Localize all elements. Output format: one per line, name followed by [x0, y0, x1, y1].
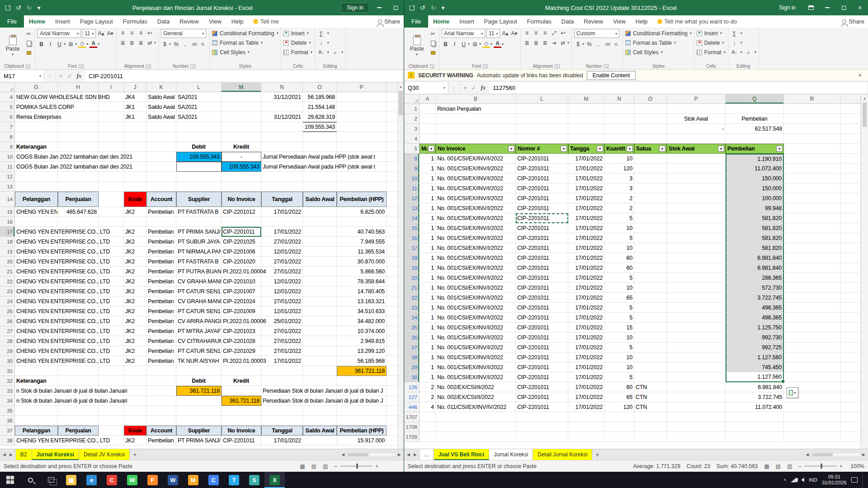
row-header-38[interactable]: 38 — [0, 436, 15, 446]
cell-O13[interactable] — [634, 203, 667, 213]
font-size-select[interactable]: 11▾ — [82, 29, 96, 38]
cell-L12[interactable]: CIP-2201011 — [516, 193, 568, 203]
cell-O30[interactable] — [303, 356, 337, 366]
cell-x19[interactable] — [387, 247, 398, 257]
paste-button[interactable]: Paste ▾ — [2, 29, 23, 63]
cell-M31[interactable] — [222, 366, 261, 376]
align-bottom-icon[interactable]: ≡ — [137, 29, 145, 37]
cell-N34[interactable]: Persediaan Stok di bulan Januari di jual… — [261, 396, 303, 406]
autosum-button[interactable]: ∑▾ — [731, 29, 756, 38]
copy-icon[interactable] — [429, 39, 437, 47]
cell-L18[interactable]: CIP-2201011 — [516, 253, 568, 263]
taskbar-clock[interactable]: 09.51 31/01/2026 — [822, 474, 847, 486]
cell-A3[interactable] — [420, 124, 436, 134]
hidden-icons-icon[interactable]: ˄ — [784, 478, 786, 482]
cell-N38[interactable]: 17/01/2022 — [261, 436, 303, 446]
cell-L30[interactable]: CIP-2201011 — [516, 372, 568, 382]
cell-R21[interactable] — [784, 283, 840, 293]
cell-N24[interactable]: 27/01/2022 — [261, 296, 303, 306]
cell-A2[interactable] — [420, 114, 436, 124]
sign-in-button[interactable]: Sign in — [341, 3, 369, 13]
cell-O126[interactable]: CTN — [634, 382, 667, 392]
sort-filter-button[interactable]: A↓▾⌕▾ — [731, 48, 756, 56]
cell-H16[interactable] — [58, 217, 99, 227]
cell-P127[interactable] — [667, 392, 726, 402]
share-button[interactable]: Share — [839, 15, 868, 28]
cell-N30[interactable]: 17/01/2022 — [261, 356, 303, 366]
insert-function-icon[interactable]: fx — [481, 84, 486, 91]
ribbon-tab-insert[interactable]: Insert — [454, 15, 479, 28]
cell-H7[interactable] — [58, 122, 99, 132]
clipboard-dialog-launcher-icon[interactable]: ↘ — [430, 64, 435, 68]
cell-O36[interactable] — [303, 416, 337, 426]
col-header-I[interactable]: I — [99, 83, 124, 92]
cell-Q15[interactable]: 581.820 — [726, 223, 784, 233]
cell-N21[interactable]: 27/01/2022 — [261, 267, 303, 277]
cell-P24[interactable] — [667, 313, 726, 323]
cell-K9[interactable] — [146, 142, 176, 152]
cell-N17[interactable]: 17/01/2022 — [261, 227, 303, 237]
cell-x2[interactable] — [840, 114, 861, 124]
cell-R19[interactable] — [784, 263, 840, 273]
cell-O11[interactable] — [634, 183, 667, 193]
cell-P18[interactable]: 7.949.555 — [337, 237, 387, 247]
cell-Q13[interactable]: 99.948 — [726, 203, 784, 213]
cell-P35[interactable] — [337, 406, 387, 416]
align-top-icon[interactable]: ≡ — [523, 29, 531, 37]
zoom-in-icon[interactable]: + — [840, 463, 843, 469]
cell-I15[interactable] — [99, 207, 124, 217]
cell-x127[interactable] — [840, 392, 861, 402]
cell-x4[interactable] — [840, 134, 861, 144]
cell-G25[interactable]: CHENG YEN ENTERPRISE CO., LTD — [15, 306, 58, 316]
cell-R27[interactable] — [784, 343, 840, 352]
cell-Q18[interactable]: 6.981.840 — [726, 253, 784, 263]
decrease-decimal-icon[interactable]: 0. — [199, 40, 207, 48]
cell-K17[interactable]: Pembelian — [146, 227, 176, 237]
cell-L15[interactable]: CIP-2201011 — [516, 223, 568, 233]
cell-styles-button[interactable]: Cell Styles▾ — [212, 48, 278, 56]
cell-P23[interactable] — [667, 303, 726, 313]
cell-O17[interactable] — [303, 227, 337, 237]
cell-L17[interactable]: CIP-2201011 — [516, 243, 568, 253]
format-cells-button[interactable]: Format▾ — [697, 48, 726, 56]
cell-H6[interactable] — [58, 112, 99, 122]
cell-N1[interactable] — [604, 104, 634, 114]
cell-K4[interactable]: Saldo Awal — [146, 92, 176, 102]
cell-x21[interactable] — [387, 267, 398, 277]
cell-O27[interactable] — [634, 343, 667, 352]
new-sheet-button[interactable]: + — [592, 449, 602, 460]
cell-J22[interactable]: JK2 — [124, 277, 146, 286]
format-as-table-button[interactable]: Format as Table▾ — [625, 38, 692, 47]
titlebar[interactable]: ↺ ↻ ▾ Penjelasan dan Rincian Jurnal Kore… — [0, 0, 404, 15]
cell-L18[interactable]: PT SUBUR JAYA — [176, 237, 222, 247]
row-header-13[interactable]: 13 — [0, 182, 15, 192]
tell-me-box[interactable]: Tell me — [249, 15, 283, 28]
cell-M5[interactable] — [222, 102, 261, 112]
page-layout-view-icon[interactable]: ▤ — [776, 463, 781, 469]
cell-L11[interactable]: CIP-2201011 — [516, 183, 568, 193]
fill-color-icon[interactable]: ◇ — [78, 40, 86, 48]
cell-B26[interactable]: No. 001/CSI/EX/INV/I/2022 — [436, 333, 516, 343]
cell-x36[interactable] — [387, 416, 398, 426]
row-header-26[interactable]: 26 — [0, 316, 15, 326]
cell-J36[interactable] — [124, 416, 146, 426]
cell-B4[interactable] — [436, 134, 516, 144]
cell-B1708[interactable] — [436, 422, 516, 432]
cell-G33[interactable]: n Stok di bulan Januari di jual di bulan… — [15, 386, 58, 396]
cell-P38[interactable]: 15.917.000 — [337, 436, 387, 446]
cell-L446[interactable]: CIP-2201011 — [516, 402, 568, 412]
cell-Q24[interactable]: 496.365 — [726, 313, 784, 323]
cell-L22[interactable]: CIP-2201011 — [516, 293, 568, 303]
cell-Q26[interactable]: 992.730 — [726, 333, 784, 343]
cell-L13[interactable] — [176, 182, 222, 192]
cell-K19[interactable]: Pembelian — [146, 247, 176, 257]
cell-J20[interactable]: JK2 — [124, 257, 146, 267]
cell-x1[interactable] — [840, 104, 861, 114]
cell-x20[interactable] — [387, 257, 398, 267]
col-header-N[interactable]: N — [604, 94, 634, 104]
cell-L3[interactable] — [516, 124, 568, 134]
cell-M33[interactable] — [222, 386, 261, 396]
cell-A15[interactable]: 1 — [420, 223, 436, 233]
cell-B2[interactable] — [436, 114, 516, 124]
underline-icon[interactable]: U — [56, 40, 63, 48]
